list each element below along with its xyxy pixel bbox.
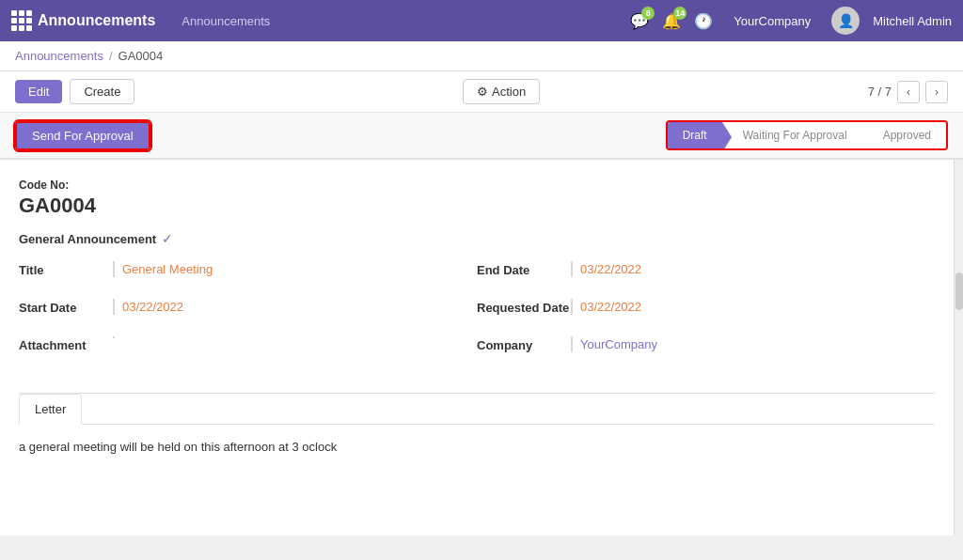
nav-announcements[interactable]: Announcements xyxy=(174,14,277,28)
create-button[interactable]: Create xyxy=(70,79,134,104)
category-row: General Announcement ✓ xyxy=(19,231,935,246)
prev-page-button[interactable]: ‹ xyxy=(897,81,920,103)
attachment-row: Attachment xyxy=(19,336,458,363)
action-label: Action xyxy=(492,85,526,99)
tabs-area: Letter a general meeting will be held on… xyxy=(19,393,935,469)
code-value: GA0004 xyxy=(19,194,935,218)
main-content: Code No: GA0004 General Announcement ✓ T… xyxy=(0,160,954,536)
action-bar: Send For Approval Draft Waiting For Appr… xyxy=(0,113,963,160)
tab-letter[interactable]: Letter xyxy=(19,394,82,425)
title-value[interactable]: General Meeting xyxy=(113,261,458,277)
start-date-row: Start Date 03/22/2022 xyxy=(19,299,458,325)
requested-date-row: Requested Date 03/22/2022 xyxy=(477,299,916,325)
breadcrumb-current: GA0004 xyxy=(118,49,164,63)
chat-badge: 8 xyxy=(641,7,655,20)
company-value[interactable]: YourCompany xyxy=(571,336,916,352)
requested-date-value[interactable]: 03/22/2022 xyxy=(571,299,916,315)
company-label: Company xyxy=(477,336,571,352)
category-label: General Announcement xyxy=(19,232,156,246)
app-grid-icon[interactable] xyxy=(11,10,38,31)
status-approved-label: Approved xyxy=(883,129,931,142)
pagination: 7 / 7 ‹ › xyxy=(868,81,948,103)
breadcrumb-separator: / xyxy=(109,49,113,63)
check-icon: ✓ xyxy=(162,231,173,246)
status-waiting-label: Waiting For Approval xyxy=(743,129,847,142)
end-date-row: End Date 03/22/2022 xyxy=(477,261,916,288)
title-label: Title xyxy=(19,261,113,277)
company-row: Company YourCompany xyxy=(477,336,916,363)
clock-icon: 🕐 xyxy=(694,13,713,29)
requested-date-label: Requested Date xyxy=(477,299,571,315)
title-row: Title General Meeting xyxy=(19,261,458,288)
company-name: YourCompany xyxy=(734,14,811,28)
username: Mitchell Admin xyxy=(873,14,952,28)
clock-icon-wrap[interactable]: 🕐 xyxy=(694,12,713,30)
action-button[interactable]: ⚙ Action xyxy=(463,79,540,104)
breadcrumb: Announcements / GA0004 xyxy=(0,41,963,71)
top-navigation: Announcements Announcements 💬 8 🔔 14 🕐 Y… xyxy=(0,0,963,41)
bell-icon-wrap[interactable]: 🔔 14 xyxy=(662,12,681,30)
gear-icon: ⚙ xyxy=(477,85,488,99)
status-step-waiting: Waiting For Approval xyxy=(722,122,862,148)
form-grid: Title General Meeting Start Date 03/22/2… xyxy=(19,261,935,374)
form-right: End Date 03/22/2022 Requested Date 03/22… xyxy=(477,261,935,374)
scrollbar-thumb[interactable] xyxy=(955,272,963,310)
pagination-text: 7 / 7 xyxy=(868,85,892,99)
app-name: Announcements xyxy=(38,12,155,29)
tab-list: Letter xyxy=(19,394,935,425)
toolbar: Edit Create ⚙ Action 7 / 7 ‹ › xyxy=(0,71,963,113)
bell-badge: 14 xyxy=(673,7,687,20)
topnav-icons: 💬 8 🔔 14 🕐 YourCompany 👤 Mitchell Admin xyxy=(630,7,952,35)
scrollbar-track[interactable] xyxy=(954,160,963,536)
chat-icon-wrap[interactable]: 💬 8 xyxy=(630,12,649,30)
user-avatar[interactable]: 👤 xyxy=(831,7,860,35)
next-page-button[interactable]: › xyxy=(925,81,948,103)
edit-button[interactable]: Edit xyxy=(15,80,62,103)
status-step-draft: Draft xyxy=(668,122,722,148)
send-for-approval-button[interactable]: Send For Approval xyxy=(15,121,150,150)
status-flow: Draft Waiting For Approval Approved xyxy=(666,120,948,150)
attachment-value[interactable] xyxy=(113,336,458,338)
end-date-value[interactable]: 03/22/2022 xyxy=(571,261,916,277)
start-date-value[interactable]: 03/22/2022 xyxy=(113,299,458,315)
code-label: Code No: xyxy=(19,179,935,192)
end-date-label: End Date xyxy=(477,261,571,277)
grid-menu-icon xyxy=(11,10,32,31)
tab-content-letter: a general meeting will be held on this a… xyxy=(19,425,935,469)
start-date-label: Start Date xyxy=(19,299,113,315)
breadcrumb-parent[interactable]: Announcements xyxy=(15,49,103,63)
form-left: Title General Meeting Start Date 03/22/2… xyxy=(19,261,477,374)
attachment-label: Attachment xyxy=(19,336,113,352)
status-draft-label: Draft xyxy=(683,129,707,142)
status-step-approved: Approved xyxy=(862,122,946,148)
